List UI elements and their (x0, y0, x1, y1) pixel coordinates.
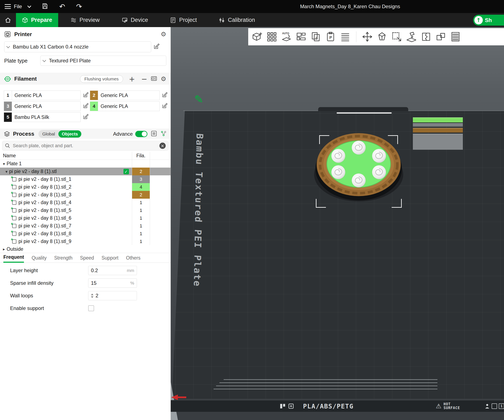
tree-row-part[interactable]: pi pie v2 - day 8 (1).stl_4 1 (0, 199, 170, 206)
tab-calibration[interactable]: Calibration (213, 13, 261, 27)
edit-filament-icon[interactable] (162, 92, 168, 99)
remove-filament-button[interactable]: − (141, 75, 147, 83)
filament-settings-gear-icon[interactable]: ⚙ (161, 76, 166, 82)
fila-chip[interactable]: 3 (132, 175, 150, 183)
wipe-tower-layer-brown[interactable] (413, 128, 463, 132)
save-button[interactable] (42, 3, 48, 10)
tree-row-part[interactable]: pi pie v2 - day 8 (1).stl_8 1 (0, 230, 170, 238)
filament-select-3[interactable]: 3 Generic PLA (4, 102, 81, 111)
clear-search-icon[interactable]: × (159, 143, 166, 149)
tree-row-object[interactable]: ▾ pi pie v2 - day 8 (1).stl ✓ 2 (0, 168, 170, 175)
tree-row-part[interactable]: pi pie v2 - day 8 (1).stl_1 3 (0, 175, 170, 183)
list-icon[interactable] (151, 130, 157, 138)
tree-row-part[interactable]: pi pie v2 - day 8 (1).stl_7 1 (0, 222, 170, 230)
tab-frequent[interactable]: Frequent (3, 254, 24, 263)
tree-row-part[interactable]: pi pie v2 - day 8 (1).stl_6 1 (0, 214, 170, 222)
file-menu[interactable]: File (14, 4, 22, 9)
tab-strength[interactable]: Strength (54, 255, 72, 263)
filament-select-1[interactable]: 1 Generic PLA (4, 90, 81, 100)
hamburger-icon[interactable] (5, 4, 11, 9)
tab-quality[interactable]: Quality (31, 255, 47, 263)
param-row-enable-support: Enable support (0, 303, 170, 313)
fila-chip[interactable]: 2 (132, 168, 150, 175)
scope-objects[interactable]: Objects (58, 130, 81, 138)
wipe-tower-body[interactable] (413, 134, 463, 150)
selection-corner (316, 199, 326, 208)
tree-row-part[interactable]: pi pie v2 - day 8 (1).stl_9 1 (0, 238, 170, 245)
tab-project[interactable]: Project (164, 13, 203, 27)
fila-chip[interactable]: 1 (132, 214, 150, 222)
viewport-3d[interactable]: AUTO 0 P (171, 27, 504, 420)
paste-icon[interactable]: P (325, 31, 336, 43)
chevron-down-icon[interactable]: ▾ (3, 162, 5, 166)
fila-chip[interactable]: 1 (132, 199, 150, 206)
edit-filament-icon[interactable] (162, 103, 168, 110)
tree-row-plate[interactable]: ▾ Plate 1 (0, 160, 170, 168)
chevron-right-icon[interactable]: ▸ (3, 247, 5, 251)
tab-preview[interactable]: Preview (65, 13, 106, 27)
square-icon (492, 403, 497, 409)
wall-loops-stepper[interactable]: 2 (88, 291, 137, 300)
name-column-header: Name (0, 153, 16, 159)
tree-row-part[interactable]: pi pie v2 - day 8 (1).stl_2 4 (0, 183, 170, 191)
undo-button[interactable]: ↶ (59, 3, 65, 10)
layers-icon[interactable] (339, 31, 351, 43)
lay-on-face-icon[interactable] (406, 31, 417, 43)
add-primitive-icon[interactable] (251, 31, 263, 43)
fila-chip[interactable]: 1 (132, 238, 150, 245)
rotate-icon[interactable] (376, 31, 388, 43)
edit-filament-icon[interactable] (83, 114, 89, 120)
share-button[interactable]: ↑ Sh (473, 15, 504, 26)
redo-button[interactable]: ↷ (76, 3, 82, 10)
fila-chip[interactable]: 1 (132, 230, 150, 238)
fila-chip[interactable]: 2 (132, 191, 150, 199)
split-parts-icon[interactable] (435, 31, 447, 43)
printer-settings-gear-icon[interactable]: ⚙ (161, 31, 166, 37)
tab-others[interactable]: Others (126, 255, 140, 263)
tab-speed[interactable]: Speed (80, 255, 94, 263)
filament-select-5[interactable]: 5 Bambu PLA Silk (4, 112, 81, 122)
fila-chip[interactable]: 4 (132, 183, 150, 191)
edit-printer-icon[interactable] (153, 43, 160, 50)
tree-row-outside[interactable]: ▸ Outside (0, 245, 170, 253)
copy-icon[interactable]: 0 (310, 31, 322, 43)
split-objects-icon[interactable] (420, 31, 432, 43)
tab-prepare[interactable]: Prepare (16, 13, 58, 27)
filament-select-4[interactable]: 4 Generic PLA (90, 102, 160, 111)
home-button[interactable] (0, 13, 16, 27)
arrange-icon[interactable] (295, 31, 307, 43)
wipe-tower-layer-green[interactable] (413, 117, 463, 122)
workflow-icon[interactable] (160, 130, 167, 138)
assemble-icon[interactable] (266, 31, 278, 43)
scope-global[interactable]: Global (39, 132, 58, 137)
object-icon (12, 177, 16, 181)
layer-height-icon[interactable] (450, 31, 461, 43)
fila-chip[interactable]: 1 (132, 206, 150, 214)
flushing-volumes-button[interactable]: Flushing volumes (80, 75, 123, 83)
edit-filament-icon[interactable] (83, 92, 89, 99)
layer-height-input[interactable]: 0.2 mm (88, 266, 137, 275)
auto-orient-icon[interactable]: AUTO (281, 31, 292, 43)
edit-filament-icon[interactable] (83, 103, 89, 110)
sparse-infill-input[interactable]: 15 % (88, 278, 137, 288)
tab-support[interactable]: Support (102, 255, 119, 263)
enable-support-checkbox[interactable] (88, 305, 94, 311)
tree-row-part[interactable]: pi pie v2 - day 8 (1).stl_3 2 (0, 191, 170, 199)
printer-select[interactable]: Bambu Lab X1 Carbon 0.4 nozzle (4, 41, 151, 52)
tree-row-part[interactable]: pi pie v2 - day 8 (1).stl_5 1 (0, 206, 170, 214)
tab-device[interactable]: Device (116, 13, 154, 27)
wipe-tower-layer-gray[interactable] (413, 123, 463, 127)
add-filament-button[interactable]: + (129, 75, 135, 83)
ams-icon[interactable] (150, 75, 157, 83)
stepper-arrows-icon[interactable] (91, 294, 93, 298)
chevron-down-icon[interactable]: ▾ (6, 169, 8, 174)
filament-select-2[interactable]: 2 Generic PLA (90, 90, 160, 100)
fila-chip[interactable]: 1 (132, 222, 150, 230)
object-visible-checkbox[interactable]: ✓ (123, 169, 129, 174)
scale-icon[interactable] (391, 31, 402, 43)
search-input[interactable] (12, 143, 159, 149)
plate-type-select[interactable]: Textured PEI Plate (40, 56, 166, 66)
chevron-down-icon[interactable] (27, 4, 31, 8)
move-icon[interactable] (361, 31, 373, 43)
advance-toggle[interactable] (135, 131, 147, 137)
